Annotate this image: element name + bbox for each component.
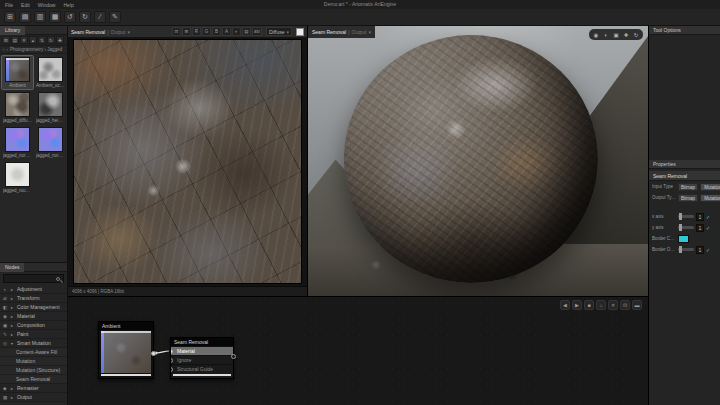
- node-ambient[interactable]: Ambient: [98, 321, 154, 379]
- asset-item[interactable]: jagged_normal.tif: [35, 126, 66, 159]
- redo-icon[interactable]: ↻: [79, 11, 91, 23]
- sort-icon[interactable]: ⇅: [38, 36, 46, 44]
- view-tab-output[interactable]: Output: [352, 29, 367, 35]
- node-category-row[interactable]: Content-Aware Fill: [0, 348, 67, 357]
- x-axis-value[interactable]: 1: [696, 213, 704, 221]
- border-color-swatch[interactable]: [678, 235, 689, 243]
- background-toggle-icon[interactable]: ◐: [232, 27, 241, 36]
- menu-item[interactable]: File: [5, 2, 13, 8]
- fit-view-icon[interactable]: ⊡: [172, 27, 181, 36]
- channel-a-button[interactable]: A: [222, 27, 231, 36]
- input-port[interactable]: [171, 367, 173, 372]
- node-category-row[interactable]: Mutation: [0, 357, 67, 366]
- environment-icon[interactable]: ◐: [602, 31, 610, 39]
- node-input-row[interactable]: Structural Guide: [171, 364, 233, 373]
- node-category-row[interactable]: ◆ ▸ Remaster: [0, 384, 67, 393]
- add-assets-icon[interactable]: ▥: [34, 11, 46, 23]
- node-search-input[interactable]: [4, 275, 63, 282]
- node-search[interactable]: [3, 274, 64, 283]
- list-view-icon[interactable]: ≡: [20, 36, 28, 44]
- asset-item[interactable]: jagged_rough...: [2, 161, 33, 194]
- asset-item[interactable]: Ambient: [2, 56, 33, 89]
- save-project-icon[interactable]: ▦: [49, 11, 61, 23]
- asset-item[interactable]: jagged_height.tif: [35, 91, 66, 124]
- node-category-row[interactable]: ✎ ▸ Paint: [0, 330, 67, 339]
- channel-select[interactable]: Diffuse ▾: [266, 27, 292, 36]
- close-icon[interactable]: ✕: [608, 300, 618, 310]
- expander-icon[interactable]: ▸: [11, 296, 15, 301]
- asset-item[interactable]: jagged_normal_...: [2, 126, 33, 159]
- detail-view-icon[interactable]: ▤: [11, 36, 19, 44]
- chevron-down-icon[interactable]: ▾: [369, 29, 372, 35]
- collapse-icon[interactable]: ▬: [632, 300, 642, 310]
- view-tab-node[interactable]: Seam Removal: [312, 29, 346, 35]
- node-category-row[interactable]: ⇄ ▸ Transform: [0, 294, 67, 303]
- expander-icon[interactable]: ▸: [11, 386, 15, 391]
- output-type-mutation-button[interactable]: Mutation: [700, 194, 720, 202]
- nav-back-icon[interactable]: ◀: [560, 300, 570, 310]
- viewer-3d[interactable]: Seam Removal | Output ▾ ◉◐▣✚↻: [308, 26, 648, 296]
- input-type-mutation-button[interactable]: Mutation: [700, 183, 720, 191]
- import-assets-icon[interactable]: ⊞: [4, 11, 16, 23]
- node-graph[interactable]: ◀▶■⌂✕⊡▬ Ambient Seam Removal Material: [68, 296, 648, 405]
- node-seam-removal[interactable]: Seam Removal Material Ignore: [170, 337, 234, 379]
- y-axis-slider[interactable]: [678, 226, 694, 229]
- input-port[interactable]: [171, 358, 173, 363]
- back-icon[interactable]: ‹: [3, 47, 5, 52]
- reset-view-icon[interactable]: ↻: [632, 31, 640, 39]
- border-opacity-slider[interactable]: [678, 248, 694, 251]
- background-color-swatch[interactable]: [296, 28, 304, 36]
- library-tab[interactable]: Library: [0, 26, 25, 35]
- expander-icon[interactable]: ▸: [11, 332, 15, 337]
- node-category-row[interactable]: ▦ ▸ Output: [0, 393, 67, 402]
- node-category-row[interactable]: Mutation (Structure): [0, 366, 67, 375]
- channel-r-button[interactable]: R: [192, 27, 201, 36]
- menu-item[interactable]: Edit: [21, 2, 30, 8]
- undo-icon[interactable]: ↺: [64, 11, 76, 23]
- chevron-down-icon[interactable]: ▾: [128, 29, 131, 35]
- up-directory-icon[interactable]: ▴: [29, 36, 37, 44]
- properties-tab[interactable]: Properties: [649, 160, 720, 169]
- node-category-row[interactable]: ▣ ▸ Composition: [0, 321, 67, 330]
- x-axis-check-icon[interactable]: ✓: [706, 214, 710, 220]
- node-input-row[interactable]: Material: [171, 346, 233, 355]
- output-port[interactable]: [151, 351, 156, 356]
- atx-badge[interactable]: atx: [252, 27, 262, 36]
- node-category-row[interactable]: ◧ ▸ Color Management: [0, 303, 67, 312]
- node-category-row[interactable]: ◎ ▾ Smart Mutation: [0, 339, 67, 348]
- expander-icon[interactable]: ▸: [11, 287, 15, 292]
- y-axis-value[interactable]: 1: [696, 224, 704, 232]
- tool-options-tab[interactable]: Tool Options: [649, 26, 720, 35]
- output-type-bitmap-button[interactable]: Bitmap: [678, 194, 698, 202]
- node-category-row[interactable]: Seam Removal: [0, 375, 67, 384]
- channel-b-button[interactable]: B: [212, 27, 221, 36]
- open-project-icon[interactable]: ▤: [19, 11, 31, 23]
- texture-canvas[interactable]: [73, 39, 302, 284]
- menu-item[interactable]: Help: [63, 2, 73, 8]
- add-folder-icon[interactable]: ✚: [56, 36, 64, 44]
- asset-item[interactable]: jagged_diffuse.tif: [2, 91, 33, 124]
- refresh-icon[interactable]: ↻: [47, 36, 55, 44]
- home-icon[interactable]: ⌂: [596, 300, 606, 310]
- border-opacity-check-icon[interactable]: ✓: [706, 247, 710, 253]
- expander-icon[interactable]: ▸: [11, 323, 15, 328]
- asset-item[interactable]: Ambient_occlu...: [35, 56, 66, 89]
- input-port[interactable]: [171, 349, 173, 354]
- expander-icon[interactable]: ▸: [11, 314, 15, 319]
- channel-g-button[interactable]: G: [202, 27, 211, 36]
- expander-icon[interactable]: ▸: [11, 305, 15, 310]
- output-port[interactable]: [231, 354, 236, 359]
- node-input-row[interactable]: Ignore: [171, 355, 233, 364]
- camera-icon[interactable]: ◉: [592, 31, 600, 39]
- node-category-row[interactable]: ◑ ▸ Adjustment: [0, 285, 67, 294]
- x-axis-slider[interactable]: [678, 215, 694, 218]
- line-tool-icon[interactable]: ⁄: [94, 11, 106, 23]
- tiling-icon[interactable]: ⊞: [182, 27, 191, 36]
- nav-forward-icon[interactable]: ▶: [572, 300, 582, 310]
- expander-icon[interactable]: ▸: [11, 395, 15, 400]
- input-type-bitmap-button[interactable]: Bitmap: [678, 183, 698, 191]
- pen-tool-icon[interactable]: ✎: [109, 11, 121, 23]
- menu-item[interactable]: Window: [38, 2, 56, 8]
- node-category-row[interactable]: ◉ ▸ Material: [0, 312, 67, 321]
- light-icon[interactable]: ✚: [622, 31, 630, 39]
